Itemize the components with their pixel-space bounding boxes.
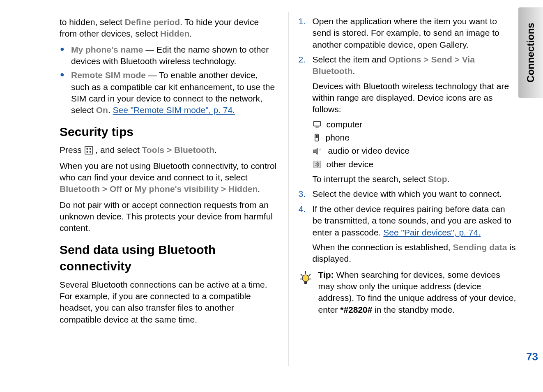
legend-row-other: other device	[313, 159, 517, 170]
menu-bluetooth: Bluetooth	[174, 145, 214, 154]
text: Select the item and	[313, 55, 389, 64]
step-4-sub: When the connection is established, Send…	[313, 242, 517, 265]
tip-text: Tip: When searching for devices, some de…	[318, 269, 517, 316]
phone-icon	[313, 133, 321, 142]
chevron-right-icon: >	[167, 145, 172, 154]
svg-point-3	[86, 151, 88, 153]
ui-label-sending-data: Sending data	[453, 242, 507, 252]
visibility-paragraph: When you are not using Bluetooth connect…	[60, 160, 278, 195]
step-text: Select the device with which you want to…	[313, 189, 502, 198]
text: to hidden, select	[60, 17, 125, 27]
chevron-right-icon: >	[423, 55, 428, 64]
right-column: 1. Open the application where the item y…	[288, 12, 527, 366]
document-page: to hidden, select Define period. To hide…	[0, 0, 543, 378]
text: or	[122, 184, 134, 194]
audio-video-icon: ♪	[313, 147, 323, 156]
svg-rect-8	[315, 135, 318, 138]
menu-key-icon	[84, 146, 93, 155]
settings-bullet-list: My phone's name — Edit the name shown to…	[60, 44, 278, 116]
text: , and select	[95, 145, 142, 154]
ui-label-my-phones-visibility: My phone's visibility	[135, 184, 219, 194]
legend-label: phone	[326, 132, 350, 143]
svg-point-4	[89, 151, 91, 153]
step-2-sub2: To interrupt the search, select Stop.	[313, 173, 517, 185]
legend-label: audio or video device	[328, 145, 410, 157]
svg-rect-5	[313, 122, 320, 126]
heading-send-data: Send data using Bluetooth connectivity	[60, 242, 278, 275]
step-3: 3. Select the device with which you want…	[299, 188, 517, 200]
chevron-right-icon: >	[102, 184, 107, 194]
tip-box: Tip: When searching for devices, some de…	[299, 269, 517, 316]
step-1: 1. Open the application where the item y…	[299, 16, 517, 51]
text: Press	[60, 145, 84, 154]
step-text: Open the application where the item you …	[313, 16, 499, 49]
ui-label-stop: Stop	[428, 174, 447, 184]
svg-text:♪: ♪	[319, 147, 321, 151]
legend-row-audio-video: ♪ audio or video device	[313, 145, 517, 157]
svg-rect-6	[315, 127, 318, 127]
step-number: 1.	[299, 16, 306, 27]
menu-tools: Tools	[142, 145, 164, 154]
security-warning-paragraph: Do not pair with or accept connection re…	[60, 199, 278, 234]
text: .	[258, 184, 260, 194]
link-remote-sim-mode[interactable]: See "Remote SIM mode", p. 74.	[113, 105, 235, 115]
list-item: My phone's name — Edit the name shown to…	[60, 44, 278, 67]
step-4: 4. If the other device requires pairing …	[299, 203, 517, 265]
svg-point-12	[302, 275, 309, 281]
other-device-icon	[313, 160, 322, 169]
legend-label: computer	[327, 119, 363, 130]
svg-point-1	[86, 148, 88, 150]
step-number: 4.	[299, 203, 306, 215]
menu-send: Send	[431, 55, 452, 64]
section-tab-connections: Connections	[518, 7, 543, 98]
menu-options: Options	[389, 55, 421, 64]
step-2-sub1: Devices with Bluetooth wireless technolo…	[313, 81, 517, 115]
tip-label: Tip:	[318, 270, 334, 279]
text: in the standby mode.	[372, 305, 455, 314]
text: .	[352, 66, 355, 76]
text: When the connection is established,	[313, 242, 453, 252]
ui-label-hidden: Hidden	[228, 184, 258, 194]
press-instruction: Press , and select Tools > Bluetooth.	[60, 144, 278, 156]
svg-line-15	[301, 274, 302, 276]
link-pair-devices[interactable]: See "Pair devices", p. 74.	[383, 228, 481, 237]
heading-security-tips: Security tips	[60, 124, 278, 141]
chevron-right-icon: >	[455, 55, 460, 64]
step-number: 2.	[299, 54, 306, 65]
chevron-right-icon: >	[221, 184, 226, 194]
continuation-paragraph: to hidden, select Define period. To hide…	[60, 16, 278, 40]
ui-label-hidden: Hidden	[160, 29, 189, 38]
intro-send-data-paragraph: Several Bluetooth connections can be act…	[60, 279, 278, 325]
left-column: to hidden, select Define period. To hide…	[49, 12, 288, 366]
ui-label-on: On	[96, 105, 108, 115]
page-number: 73	[526, 350, 538, 363]
computer-icon	[313, 120, 322, 129]
step-2: 2. Select the item and Options > Send > …	[299, 54, 517, 185]
legend-row-phone: phone	[313, 132, 517, 143]
svg-line-16	[309, 274, 311, 276]
ussd-code: *#2820#	[340, 305, 372, 314]
setting-name-remote-sim-mode: Remote SIM mode	[71, 70, 146, 80]
step-number: 3.	[299, 188, 306, 200]
ui-label-bluetooth: Bluetooth	[60, 184, 100, 194]
setting-name-my-phones-name: My phone's name	[71, 45, 143, 54]
svg-point-2	[89, 148, 91, 150]
legend-row-computer: computer	[313, 119, 517, 130]
svg-rect-0	[85, 147, 92, 154]
text: .	[214, 145, 217, 154]
ui-label-off: Off	[110, 184, 122, 194]
section-tab-label: Connections	[525, 23, 536, 82]
text: .	[189, 29, 192, 38]
svg-rect-13	[304, 281, 307, 284]
steps-list: 1. Open the application where the item y…	[299, 16, 517, 265]
legend-label: other device	[327, 159, 373, 170]
text: .	[108, 105, 113, 115]
tip-lightbulb-icon	[299, 269, 313, 316]
ui-label-define-period: Define period	[125, 17, 180, 27]
svg-marker-9	[313, 148, 317, 154]
text: When you are not using Bluetooth connect…	[60, 161, 276, 182]
text: .	[447, 174, 449, 184]
device-icon-legend: computer phone ♪ audio or video device	[313, 119, 517, 170]
list-item: Remote SIM mode — To enable another devi…	[60, 69, 278, 116]
text: To interrupt the search, select	[313, 174, 428, 184]
